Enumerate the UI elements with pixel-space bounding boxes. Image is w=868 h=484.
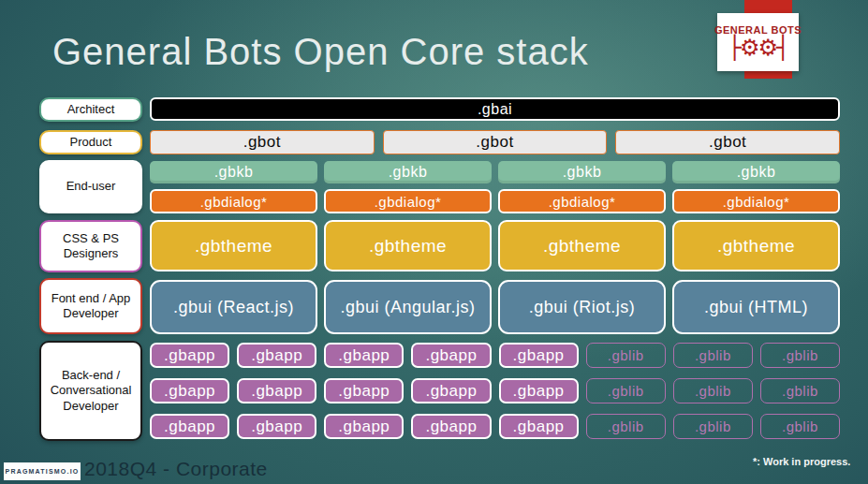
block-gbui-angular: .gbui (Angular.js): [324, 280, 492, 334]
logo: GENERAL BOTS ├⚙⚙┤: [717, 13, 799, 71]
block-gbapp: .gbapp: [237, 343, 316, 368]
block-gblib: .gblib: [586, 378, 666, 403]
block-gbot: .gbot: [383, 130, 608, 154]
block-gbapp: .gbapp: [411, 414, 491, 439]
block-gbapp: .gbapp: [150, 414, 229, 439]
role-label-text: Font end / App Developer: [47, 291, 135, 322]
role-label-end-user: End-user: [39, 160, 142, 213]
slide: { "title": "General Bots Open Core stack…: [0, 0, 868, 484]
role-label-backend-conversational-developer: Back-end / Conversational Developer: [39, 341, 142, 441]
block-gbapp: .gbapp: [499, 378, 579, 403]
block-gbapp: .gbapp: [499, 343, 579, 368]
block-gbkb: .gbkb: [150, 161, 317, 183]
block-gbdialog: .gbdialog*: [324, 189, 492, 213]
row-gbapp-3: .gbapp .gbapp .gbapp .gbapp .gbapp .gbli…: [150, 414, 840, 439]
block-gbapp: .gbapp: [499, 414, 579, 439]
row-gbdialog: .gbdialog* .gbdialog* .gbdialog* .gbdial…: [150, 189, 840, 213]
block-gbapp: .gbapp: [237, 414, 316, 439]
block-gblib: .gblib: [673, 378, 753, 403]
role-label-text: End-user: [66, 179, 116, 194]
block-gblib: .gblib: [586, 343, 666, 368]
role-label-css-ps-designers: CSS & PS Designers: [39, 220, 142, 272]
block-gbapp: .gbapp: [237, 378, 316, 403]
row-gbtheme: .gbtheme .gbtheme .gbtheme .gbtheme: [150, 220, 840, 271]
block-gbapp: .gbapp: [411, 378, 491, 403]
work-in-progress-note: *: Work in progress.: [753, 456, 850, 467]
row-gbkb: .gbkb .gbkb .gbkb .gbkb: [150, 161, 840, 183]
block-gblib: .gblib: [760, 414, 840, 439]
role-label-text: Architect: [67, 102, 115, 117]
gears-icon: ├⚙⚙┤: [728, 36, 788, 60]
block-gbot: .gbot: [150, 130, 375, 154]
block-gbapp: .gbapp: [324, 343, 404, 368]
role-label-text: Product: [70, 135, 112, 150]
block-gbtheme: .gbtheme: [498, 220, 666, 271]
block-gbui-riot: .gbui (Riot.js): [498, 280, 666, 334]
block-gbui-react: .gbui (React.js): [150, 280, 317, 334]
block-gbapp: .gbapp: [411, 343, 491, 368]
row-gbai: .gbai: [150, 97, 840, 121]
block-gbapp: .gbapp: [150, 343, 229, 368]
block-gbkb: .gbkb: [498, 161, 666, 183]
block-gbtheme: .gbtheme: [324, 220, 492, 271]
block-gbkb: .gbkb: [324, 161, 492, 183]
block-gbdialog: .gbdialog*: [672, 189, 840, 213]
block-gbtheme: .gbtheme: [672, 220, 840, 271]
role-label-text: Back-end / Conversational Developer: [47, 368, 135, 414]
role-label-text: CSS & PS Designers: [47, 231, 135, 262]
block-gbapp: .gbapp: [324, 414, 404, 439]
row-gbui: .gbui (React.js) .gbui (Angular.js) .gbu…: [150, 280, 840, 334]
block-gbdialog: .gbdialog*: [498, 189, 666, 213]
footer-caption: 2018Q4 - Corporate: [84, 458, 268, 480]
role-label-architect: Architect: [39, 97, 142, 122]
block-gbtheme: .gbtheme: [150, 220, 317, 271]
block-gblib: .gblib: [760, 378, 840, 403]
block-gblib: .gblib: [760, 343, 840, 368]
row-gbapp-1: .gbapp .gbapp .gbapp .gbapp .gbapp .gbli…: [150, 343, 840, 368]
block-gbot: .gbot: [615, 130, 840, 154]
block-gbui-html: .gbui (HTML): [672, 280, 840, 334]
block-gbkb: .gbkb: [672, 161, 840, 183]
block-gblib: .gblib: [673, 414, 753, 439]
block-gbdialog: .gbdialog*: [150, 189, 317, 213]
row-gbot: .gbot .gbot .gbot: [150, 130, 840, 154]
block-gblib: .gblib: [586, 414, 666, 439]
block-gbapp: .gbapp: [324, 378, 404, 403]
role-label-frontend-app-developer: Font end / App Developer: [39, 278, 142, 334]
block-gbai: .gbai: [150, 97, 840, 121]
row-gbapp-2: .gbapp .gbapp .gbapp .gbapp .gbapp .gbli…: [150, 378, 840, 403]
page-title: General Bots Open Core stack: [52, 31, 708, 83]
role-label-product: Product: [39, 130, 142, 154]
block-gblib: .gblib: [673, 343, 753, 368]
pragmatismo-watermark: PRAGMATISMO.IO: [4, 462, 81, 480]
block-gbapp: .gbapp: [150, 378, 229, 403]
